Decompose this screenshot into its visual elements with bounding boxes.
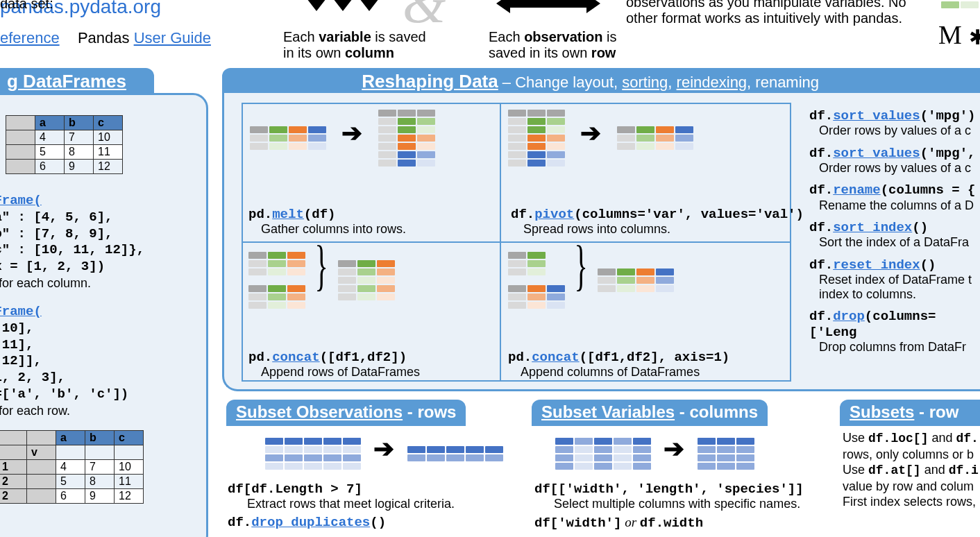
- example-table-1: abc 4710 5811 6912: [6, 115, 123, 174]
- dataframe-code-2: aFrame( , 10], , 11], , 12]], [1, 2, 3],…: [0, 304, 128, 403]
- concat-rows-diagram: }: [248, 248, 395, 310]
- drop-duplicates-link[interactable]: drop_duplicates: [251, 515, 370, 530]
- rename-link[interactable]: rename: [833, 182, 880, 198]
- asterisk-icon: ✱: [969, 25, 980, 49]
- concat-link[interactable]: concat: [532, 350, 579, 365]
- subset-obs-header: Subset Observations - rows: [226, 400, 466, 426]
- subset-cols-code-2: df['width'] or df.width: [534, 515, 703, 531]
- reset-index-link[interactable]: reset_index: [833, 257, 920, 273]
- api-reference-link[interactable]: eference: [0, 29, 60, 46]
- brace-icon: }: [575, 248, 588, 282]
- example-table-2: abc v 14710 25811 26912: [0, 430, 144, 504]
- dataframe-desc-2: for each row.: [0, 404, 70, 418]
- green-cell-icon: [941, 0, 979, 10]
- melt-link[interactable]: melt: [272, 207, 304, 222]
- pivot-diagram: ➔: [508, 110, 693, 168]
- subset-cols-code-1: df[['width', 'length', 'species']]: [534, 481, 804, 497]
- dataframe-desc-1: for each column.: [0, 276, 91, 291]
- concat-cols-diagram: }: [508, 248, 674, 310]
- drop-link[interactable]: drop: [833, 309, 865, 324]
- concat-link[interactable]: concat: [272, 350, 319, 365]
- subset-rows-code-2: df.drop_duplicates(): [228, 515, 386, 530]
- subsets-text: Use df.loc[] and df. rows, only columns …: [843, 430, 979, 510]
- pandas-label: Pandas: [78, 29, 130, 46]
- subset-cols-desc-1: Select multiple columns with specific na…: [541, 497, 800, 511]
- dataframe-code-1: aFrame( "a" : [4, 5, 6], "b" : [7, 8, 9]…: [0, 193, 144, 275]
- user-guide-link[interactable]: User Guide: [134, 29, 211, 46]
- pivot-code: df.pivot(columns='var', values='val'): [511, 207, 804, 222]
- arrow-right-icon: ➔: [373, 434, 394, 463]
- creating-dataframes-header: g DataFrames: [0, 68, 154, 96]
- arrow-right-icon: ➔: [664, 434, 684, 463]
- concat-cols-code: pd.concat([df1,df2], axis=1): [508, 350, 729, 365]
- concat-cols-desc: Append columns of DataFrames: [508, 365, 700, 380]
- dataset-label: data set:: [0, 0, 53, 12]
- m-letter: M: [938, 19, 962, 50]
- concat-rows-desc: Append rows of DataFrames: [248, 365, 420, 380]
- brace-icon: }: [315, 248, 328, 282]
- subset-rows-diagram: ➔: [265, 434, 503, 471]
- tidy-caption: observations as you manipulate variables…: [626, 0, 906, 26]
- melt-code: pd.melt(df): [248, 207, 335, 222]
- concat-rows-code: pd.concat([df1,df2]): [248, 350, 407, 365]
- pivot-link[interactable]: pivot: [534, 207, 574, 222]
- reshaping-header: Reshaping Data – Change layout, sorting,…: [222, 68, 980, 96]
- subsets-header: Subsets - row: [840, 400, 980, 426]
- reshape-right-methods: df.sort_values('mpg') Order rows by valu…: [809, 108, 980, 355]
- pivot-desc: Spread rows into columns.: [511, 222, 670, 237]
- arrow-right-icon: ➔: [341, 119, 362, 147]
- subset-rows-code-1: df[df.Length > 7]: [228, 481, 362, 497]
- sort-values-link[interactable]: sort_values: [833, 146, 920, 161]
- arrow-right-icon: ➔: [580, 119, 601, 147]
- horizontal-arrow-icon: [486, 0, 611, 14]
- subset-rows-desc-1: Extract rows that meet logical criteria.: [235, 497, 455, 511]
- melt-diagram: ➔: [250, 110, 435, 168]
- sort-values-link[interactable]: sort_values: [833, 108, 920, 123]
- variable-caption: Each variable is saved in its own column: [283, 29, 426, 61]
- subset-var-header: Subset Variables - columns: [532, 400, 768, 426]
- observation-caption: Each observation is saved in its own row: [489, 29, 617, 61]
- down-arrows-icon: [305, 0, 389, 14]
- sort-index-link[interactable]: sort_index: [833, 220, 912, 235]
- subset-cols-diagram: ➔: [555, 434, 754, 471]
